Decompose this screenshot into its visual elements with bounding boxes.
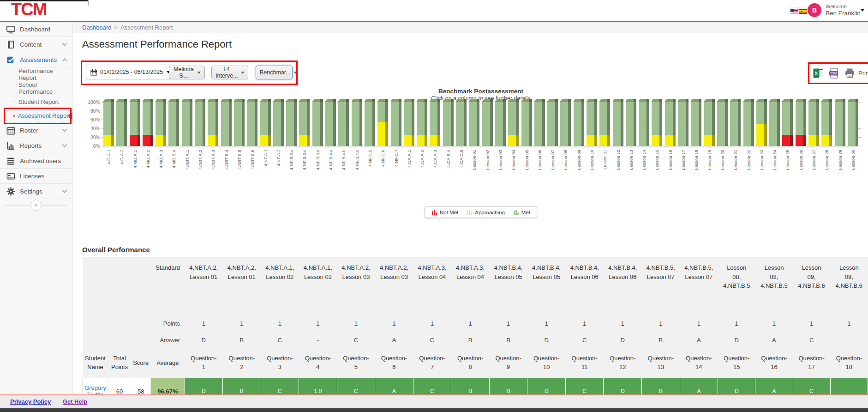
chart-bar-lesson-12[interactable] <box>613 99 623 146</box>
chart-bar-4-oa-a-3[interactable] <box>430 99 440 146</box>
chart-bar-lesson-16[interactable] <box>665 99 676 146</box>
points-cell: 1 <box>830 315 868 332</box>
sidebar-item-content[interactable]: Content <box>0 37 72 52</box>
chart-bar-4-nf-c-7[interactable] <box>391 99 401 146</box>
chart-bar-4-nbt-a-2[interactable] <box>195 99 205 146</box>
sidebar-item-licenses[interactable]: Licenses <box>0 169 72 184</box>
top-bar: TCM B Welcome Ben Franklin <box>0 0 868 21</box>
chart-bar-4-nbt-b-5[interactable] <box>234 99 245 146</box>
chart-bar-4-oa-b-4[interactable] <box>443 99 454 146</box>
chart-bar-4-g-a-1[interactable] <box>103 99 114 146</box>
chart-bar-lesson-17[interactable] <box>678 99 688 146</box>
print-button[interactable]: Print <box>858 70 868 77</box>
chart-bar-4-nf-b-3-c[interactable] <box>299 99 310 146</box>
chart-bar-4-md-a-2[interactable] <box>143 99 153 146</box>
chart-bar-lesson-06[interactable] <box>534 99 545 146</box>
chart-bar-4-nbt-b-6[interactable] <box>247 99 257 146</box>
chart-bar-lesson-13[interactable] <box>626 99 636 146</box>
chart-bar-4-md-b-4[interactable] <box>168 99 179 146</box>
student-name-link[interactable]: Gregory Truffle <box>84 384 106 394</box>
chart-bar-lesson-23[interactable] <box>756 99 767 146</box>
chart-bar-4-nbt-a-3[interactable] <box>208 99 218 146</box>
chart-bar-lesson-01[interactable] <box>469 99 479 146</box>
chart-bar-4-nf-b-3-a[interactable] <box>286 99 297 146</box>
chart-bar-4-oa-a-2[interactable] <box>417 99 427 146</box>
chart-bar-lesson-08[interactable] <box>560 99 571 146</box>
spain-flag-icon[interactable] <box>799 7 807 12</box>
chart-bar-4-nf-b-4-a[interactable] <box>325 99 336 146</box>
breadcrumb-dashboard-link[interactable]: Dashboard <box>82 24 112 31</box>
chart-bar-lesson-04[interactable] <box>508 99 519 146</box>
privacy-policy-link[interactable]: Privacy Policy <box>10 398 51 405</box>
chart-bar-4-nf-c-5[interactable] <box>365 99 375 146</box>
print-icon[interactable] <box>844 68 855 79</box>
bar-top-face <box>417 99 427 102</box>
chart-bar-lesson-07[interactable] <box>547 99 558 146</box>
chart-bar-4-nbt-b-4[interactable] <box>221 99 232 146</box>
bar-segment-met <box>848 102 858 146</box>
chart-bar-4-nf-b-3-d[interactable] <box>312 99 323 146</box>
chart-bar-lesson-11[interactable] <box>599 99 610 146</box>
chart-bar-4-nf-b-4-c[interactable] <box>352 99 362 146</box>
get-help-link[interactable]: Get Help <box>63 398 87 405</box>
chart-bar-lesson-27[interactable] <box>808 99 819 146</box>
tcm-logo[interactable]: TCM <box>11 0 46 20</box>
chart-bar-lesson-18[interactable] <box>691 99 701 146</box>
chart-bar-lesson-09[interactable] <box>574 99 584 146</box>
chart-bar-lesson-30[interactable] <box>848 99 858 146</box>
chart-bar-lesson-05[interactable] <box>521 99 532 146</box>
sidebar-item-settings[interactable]: Settings <box>0 184 72 199</box>
assessment-dropdown[interactable]: Benchmar... <box>256 66 293 79</box>
export-excel-icon[interactable]: X <box>813 68 824 79</box>
user-name[interactable]: Ben Franklin <box>826 10 861 17</box>
sidebar-item-reports[interactable]: Reports <box>0 138 72 153</box>
chart-bar-lesson-03[interactable] <box>495 99 506 146</box>
chart-bar-lesson-19[interactable] <box>704 99 715 146</box>
chart-bar-lesson-24[interactable] <box>769 99 780 146</box>
chart-bar-4-oa-a-1[interactable] <box>404 99 414 146</box>
sidebar-item-dashboard[interactable]: Dashboard <box>0 22 72 37</box>
export-csv-icon[interactable]: CSV <box>829 68 839 79</box>
chart-bar-4-nf-a-1[interactable] <box>260 99 271 146</box>
date-range-picker[interactable]: 01/01/2025 - 06/13/2025 <box>86 65 175 79</box>
sidebar-item-roster[interactable]: Roster <box>0 123 72 138</box>
class-dropdown[interactable]: L4 Interve... <box>211 66 248 79</box>
chart-bar-lesson-20[interactable] <box>717 99 728 146</box>
chart-bar-lesson-02[interactable] <box>482 99 493 146</box>
sidebar-subitem-student-report[interactable]: Student Report <box>9 95 72 109</box>
chart-bar-4-nf-c-6[interactable] <box>377 99 388 146</box>
chart-bar-lesson-25[interactable] <box>782 99 793 146</box>
sidebar-subitem-performance-report[interactable]: Performance Report <box>9 67 72 81</box>
sidebar-item-archived-users[interactable]: Archived users <box>0 153 72 169</box>
sidebar-subitem-school-performance[interactable]: School Performance <box>9 81 72 95</box>
legend-item-approaching[interactable]: Approaching <box>467 209 505 215</box>
chart-bar-lesson-15[interactable] <box>652 99 662 146</box>
answer-cell: B <box>489 332 527 348</box>
chart-bar-4-oa-c-5[interactable] <box>456 99 467 146</box>
chart-bar-4-g-a-2[interactable] <box>116 99 127 146</box>
sidebar-subitem-assessment-report[interactable]: »Assessment Report <box>9 109 72 123</box>
chart-bar-4-nbt-a-1[interactable] <box>182 99 192 146</box>
chart-bar-lesson-14[interactable] <box>639 99 649 146</box>
bar-top-face <box>143 99 153 102</box>
chart-bar-lesson-21[interactable] <box>730 99 741 146</box>
bar-segment-met <box>130 102 140 135</box>
chart-bar-4-md-a-3[interactable] <box>156 99 166 146</box>
legend-item-not-met[interactable]: Not Met <box>431 209 458 215</box>
chart-bar-lesson-29[interactable] <box>835 99 845 146</box>
chart-bar-lesson-10[interactable] <box>587 99 597 146</box>
teacher-dropdown[interactable]: Melinda S... <box>169 66 205 79</box>
chart-bar-lesson-26[interactable] <box>796 99 806 146</box>
legend-item-met[interactable]: Met <box>513 209 530 215</box>
sidebar-item-assessments[interactable]: Assessments <box>0 52 72 67</box>
user-menu-caret-icon[interactable] <box>860 9 865 12</box>
chart-bar-4-nf-b-4-b[interactable] <box>338 99 349 146</box>
chart-bar-4-md-a-1[interactable] <box>130 99 140 146</box>
chart-bar-lesson-28[interactable] <box>821 99 832 146</box>
bar-segment-met <box>782 102 793 135</box>
chart-bar-lesson-22[interactable] <box>743 99 754 146</box>
avatar[interactable]: B <box>808 3 821 17</box>
us-flag-icon[interactable] <box>790 7 798 12</box>
chart-bar-4-nf-a-2[interactable] <box>273 99 284 146</box>
sidebar-collapse-button[interactable]: « <box>30 200 42 211</box>
